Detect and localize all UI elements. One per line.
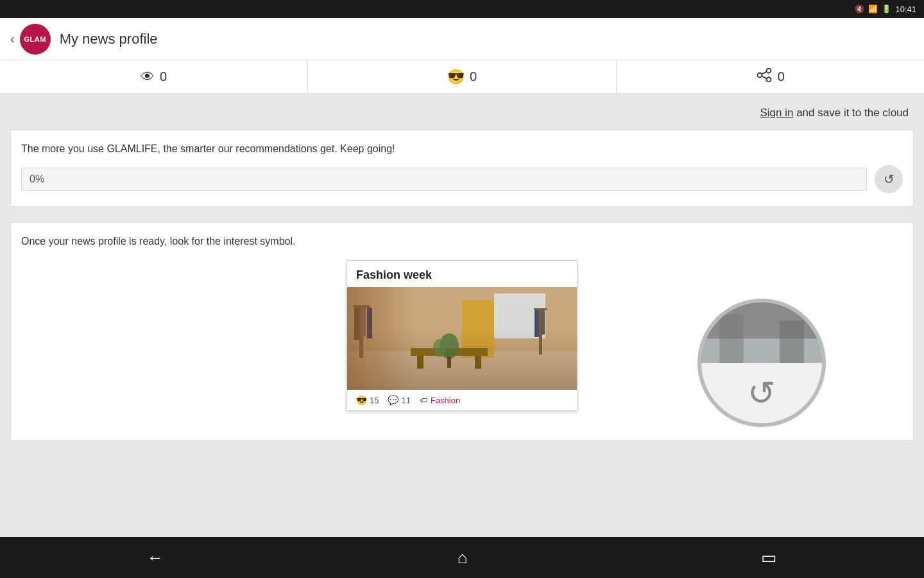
svg-rect-17 [535, 310, 539, 337]
svg-point-23 [433, 339, 446, 357]
meta-sunglasses-icon: 😎 [356, 395, 367, 405]
progress-bar: 0% [21, 168, 867, 191]
svg-rect-27 [701, 338, 822, 363]
back-button[interactable]: ‹ [10, 31, 15, 46]
status-time: 10:41 [895, 4, 916, 14]
interest-symbol-overlay: ↺ [697, 299, 826, 427]
status-bar-icons: 🔇 📶 🔋 10:41 [855, 4, 916, 14]
card-likes: 😎 15 [356, 395, 379, 405]
mute-icon: 🔇 [855, 4, 864, 13]
profile-ready-text: Once your news profile is ready, look fo… [21, 236, 903, 247]
stats-bar: 👁 0 😎 0 0 [0, 60, 924, 94]
card-illustration: Fashion week [21, 260, 903, 440]
svg-line-3 [762, 71, 766, 74]
tag-icon: 🏷 [420, 396, 428, 405]
svg-rect-11 [361, 308, 366, 337]
svg-rect-15 [539, 310, 542, 355]
svg-rect-28 [719, 315, 744, 363]
svg-rect-14 [494, 293, 545, 338]
sign-in-description: and save it to the cloud [793, 107, 909, 119]
svg-rect-9 [353, 305, 370, 308]
likes-stat: 😎 0 [308, 60, 616, 93]
recommendation-text: The more you use GLAMLIFE, the smarter o… [21, 143, 903, 155]
svg-line-4 [762, 76, 766, 78]
circle-inner: ↺ [701, 302, 822, 423]
wifi-icon: 📶 [868, 4, 878, 13]
views-count: 0 [160, 69, 167, 84]
sunglasses-icon: 😎 [447, 69, 465, 85]
svg-point-2 [757, 73, 762, 77]
progress-label: 0% [30, 173, 44, 185]
svg-point-0 [766, 68, 771, 73]
card-meta: 😎 15 💬 11 🏷 Fashion [347, 390, 577, 410]
likes-count: 0 [470, 69, 477, 84]
battery-icon: 🔋 [882, 4, 891, 13]
svg-rect-19 [411, 348, 488, 356]
svg-rect-8 [359, 306, 363, 358]
circle-reload-half: ↺ [701, 363, 822, 423]
svg-rect-29 [780, 320, 804, 363]
recent-nav-button[interactable]: ▭ [748, 543, 790, 573]
news-card: Fashion week [346, 260, 578, 411]
progress-row: 0% ↺ [21, 165, 903, 193]
logo-text: GLAM [24, 35, 46, 43]
circle-image-half [701, 302, 822, 363]
bottom-nav: ← ⌂ ▭ [0, 537, 924, 578]
profile-ready-box: Once your news profile is ready, look fo… [10, 222, 914, 441]
svg-rect-16 [534, 308, 547, 310]
svg-rect-21 [475, 356, 481, 369]
card-comments: 💬 11 [388, 395, 410, 405]
meta-comment-icon: 💬 [388, 395, 398, 405]
svg-rect-24 [447, 356, 451, 368]
views-stat: 👁 0 [0, 60, 308, 93]
svg-rect-20 [417, 356, 424, 369]
svg-rect-6 [347, 351, 577, 390]
svg-rect-5 [347, 287, 577, 390]
svg-rect-13 [462, 300, 494, 358]
svg-rect-12 [367, 308, 372, 338]
card-image [347, 287, 577, 390]
status-bar: 🔇 📶 🔋 10:41 [0, 0, 924, 18]
main-content: Sign in and save it to the cloud The mor… [0, 94, 924, 453]
card-tag: 🏷 Fashion [420, 396, 460, 405]
share-icon [756, 68, 773, 86]
page-title: My news profile [60, 31, 158, 48]
svg-rect-26 [701, 302, 822, 338]
svg-point-22 [440, 333, 459, 359]
eye-icon: 👁 [141, 69, 155, 85]
circle-reload-icon: ↺ [748, 374, 776, 412]
shares-stat: 0 [617, 60, 924, 93]
svg-rect-10 [354, 308, 359, 340]
card-likes-count: 15 [370, 396, 379, 405]
sign-in-bar: Sign in and save it to the cloud [10, 107, 914, 130]
recommendation-box: The more you use GLAMLIFE, the smarter o… [10, 130, 914, 207]
svg-rect-7 [347, 287, 577, 351]
sign-in-link[interactable]: Sign in [760, 107, 793, 119]
reload-icon: ↺ [884, 171, 894, 187]
shares-count: 0 [778, 69, 785, 84]
card-title: Fashion week [347, 261, 577, 287]
card-tag-label: Fashion [431, 396, 460, 405]
svg-point-1 [766, 77, 771, 82]
card-comments-count: 11 [401, 396, 410, 405]
reload-button[interactable]: ↺ [875, 165, 903, 193]
back-nav-button[interactable]: ← [134, 543, 176, 573]
app-logo: GLAM [20, 24, 51, 55]
home-nav-button[interactable]: ⌂ [445, 543, 481, 573]
top-nav: ‹ GLAM My news profile [0, 18, 924, 60]
svg-rect-18 [540, 310, 545, 335]
